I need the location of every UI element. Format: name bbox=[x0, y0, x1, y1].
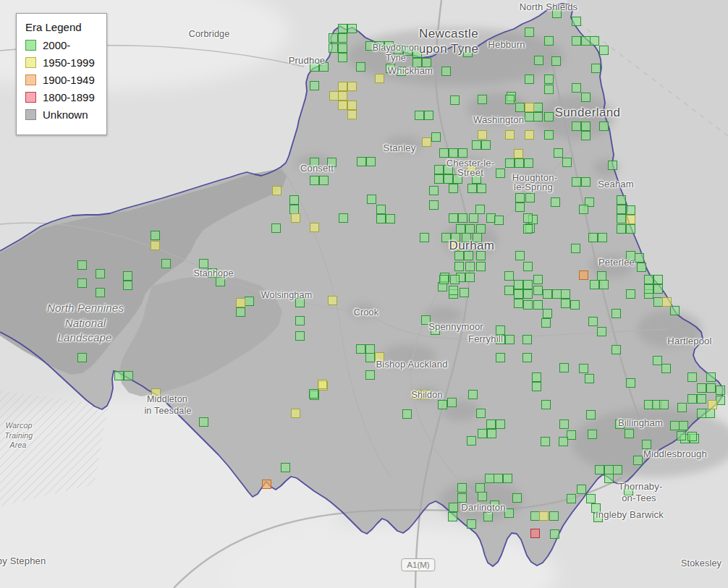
grid-cell-era-2000-[interactable] bbox=[551, 56, 561, 66]
grid-cell-era-2000-[interactable] bbox=[449, 286, 458, 295]
grid-cell-era-2000-[interactable] bbox=[464, 251, 473, 260]
grid-cell-era-2000-[interactable] bbox=[478, 492, 487, 501]
grid-cell-era-2000-[interactable] bbox=[588, 317, 598, 326]
grid-cell-era-2000-[interactable] bbox=[617, 205, 626, 214]
grid-cell-era-2000-[interactable] bbox=[476, 262, 486, 271]
grid-cell-era-2000-[interactable] bbox=[544, 130, 554, 140]
grid-cell-era-2000-[interactable] bbox=[309, 389, 318, 399]
grid-cell-era-2000-[interactable] bbox=[438, 400, 447, 409]
grid-cell-era-2000-[interactable] bbox=[447, 398, 457, 407]
grid-cell-era-2000-[interactable] bbox=[598, 233, 607, 242]
grid-cell-era-1950-1999[interactable] bbox=[539, 511, 549, 521]
grid-cell-era-2000-[interactable] bbox=[386, 214, 395, 223]
grid-cell-era-1950-1999[interactable] bbox=[338, 82, 347, 91]
grid-cell-era-2000-[interactable] bbox=[460, 288, 469, 297]
grid-cell-era-2000-[interactable] bbox=[597, 327, 606, 336]
grid-cell-era-2000-[interactable] bbox=[586, 494, 596, 503]
grid-cell-era-2000-[interactable] bbox=[431, 132, 441, 142]
grid-cell-era-2000-[interactable] bbox=[453, 174, 462, 184]
grid-cell-era-2000-[interactable] bbox=[356, 62, 365, 72]
grid-cell-era-2000-[interactable] bbox=[415, 111, 424, 120]
grid-cell-era-2000-[interactable] bbox=[96, 269, 105, 278]
grid-cell-era-2000-[interactable] bbox=[544, 74, 554, 84]
grid-cell-era-2000-[interactable] bbox=[549, 511, 559, 521]
grid-cell-era-2000-[interactable] bbox=[677, 403, 687, 412]
grid-cell-era-2000-[interactable] bbox=[450, 95, 460, 105]
grid-cell-era-2000-[interactable] bbox=[504, 286, 514, 295]
grid-cell-era-1950-1999[interactable] bbox=[347, 82, 357, 91]
grid-cell-era-2000-[interactable] bbox=[533, 300, 543, 310]
grid-cell-era-1950-1999[interactable] bbox=[310, 223, 319, 232]
grid-cell-era-2000-[interactable] bbox=[114, 371, 124, 380]
grid-cell-era-2000-[interactable] bbox=[439, 275, 449, 284]
grid-cell-era-2000-[interactable] bbox=[310, 62, 319, 72]
grid-cell-era-2000-[interactable] bbox=[281, 463, 290, 472]
grid-cell-era-2000-[interactable] bbox=[347, 24, 357, 33]
grid-cell-era-2000-[interactable] bbox=[457, 493, 467, 503]
grid-cell-era-2000-[interactable] bbox=[579, 364, 588, 373]
grid-cell-era-2000-[interactable] bbox=[494, 216, 504, 225]
grid-cell-era-2000-[interactable] bbox=[567, 494, 576, 503]
grid-cell-era-2000-[interactable] bbox=[617, 214, 626, 223]
grid-cell-era-2000-[interactable] bbox=[706, 372, 716, 382]
grid-cell-era-2000-[interactable] bbox=[441, 67, 451, 76]
grid-cell-era-2000-[interactable] bbox=[591, 64, 601, 73]
grid-cell-era-2000-[interactable] bbox=[624, 486, 633, 495]
grid-cell-era-2000-[interactable] bbox=[637, 263, 646, 272]
grid-cell-era-2000-[interactable] bbox=[532, 372, 541, 382]
grid-cell-era-2000-[interactable] bbox=[365, 41, 375, 51]
grid-cell-era-2000-[interactable] bbox=[458, 213, 467, 223]
grid-cell-era-2000-[interactable] bbox=[653, 284, 663, 294]
grid-cell-era-2000-[interactable] bbox=[543, 309, 552, 318]
grid-cell-era-2000-[interactable] bbox=[615, 419, 625, 429]
grid-cell-era-2000-[interactable] bbox=[476, 409, 486, 418]
grid-cell-era-2000-[interactable] bbox=[77, 278, 87, 288]
grid-cell-era-2000-[interactable] bbox=[590, 280, 599, 289]
grid-cell-era-2000-[interactable] bbox=[338, 33, 347, 43]
grid-cell-era-1950-1999[interactable] bbox=[478, 130, 487, 140]
grid-cell-era-2000-[interactable] bbox=[552, 9, 562, 18]
grid-cell-era-2000-[interactable] bbox=[533, 286, 543, 295]
grid-cell-era-2000-[interactable] bbox=[544, 112, 554, 122]
grid-cell-era-2000-[interactable] bbox=[431, 325, 440, 335]
map-canvas[interactable]: North ShieldsHexhamCorbridgeNewcastleupo… bbox=[0, 0, 728, 588]
grid-cell-era-2000-[interactable] bbox=[659, 400, 669, 409]
grid-cell-era-2000-[interactable] bbox=[339, 213, 348, 223]
grid-cell-era-2000-[interactable] bbox=[504, 508, 514, 518]
grid-cell-era-2000-[interactable] bbox=[577, 485, 586, 494]
grid-cell-era-2000-[interactable] bbox=[478, 95, 487, 104]
grid-cell-era-2000-[interactable] bbox=[505, 95, 515, 104]
grid-cell-era-1950-1999[interactable] bbox=[412, 390, 421, 399]
grid-cell-era-1950-1999[interactable] bbox=[708, 400, 717, 409]
grid-cell-era-1950-1999[interactable] bbox=[450, 241, 460, 250]
grid-cell-era-2000-[interactable] bbox=[329, 33, 338, 43]
grid-cell-era-2000-[interactable] bbox=[599, 46, 609, 55]
grid-cell-era-2000-[interactable] bbox=[96, 288, 105, 297]
grid-cell-era-2000-[interactable] bbox=[515, 158, 524, 168]
grid-cell-era-2000-[interactable] bbox=[593, 513, 603, 522]
grid-cell-era-2000-[interactable] bbox=[512, 493, 522, 503]
grid-cell-era-2000-[interactable] bbox=[591, 503, 601, 513]
grid-cell-era-2000-[interactable] bbox=[496, 169, 505, 178]
grid-cell-era-2000-[interactable] bbox=[457, 483, 467, 493]
grid-cell-era-2000-[interactable] bbox=[412, 58, 422, 67]
grid-cell-era-2000-[interactable] bbox=[559, 363, 569, 372]
grid-cell-era-2000-[interactable] bbox=[599, 280, 609, 289]
grid-cell-era-2000-[interactable] bbox=[444, 174, 453, 184]
grid-cell-era-2000-[interactable] bbox=[626, 224, 635, 234]
grid-cell-era-2000-[interactable] bbox=[161, 259, 171, 268]
grid-cell-era-2000-[interactable] bbox=[465, 262, 475, 271]
grid-cell-era-2000-[interactable] bbox=[376, 205, 386, 214]
grid-cell-era-2000-[interactable] bbox=[561, 289, 570, 299]
grid-cell-era-2000-[interactable] bbox=[449, 148, 458, 158]
grid-cell-era-2000-[interactable] bbox=[595, 465, 604, 474]
grid-cell-era-2000-[interactable] bbox=[572, 122, 581, 131]
grid-cell-era-2000-[interactable] bbox=[468, 390, 478, 399]
grid-cell-era-2000-[interactable] bbox=[541, 437, 550, 446]
grid-cell-era-2000-[interactable] bbox=[697, 383, 706, 393]
grid-cell-era-2000-[interactable] bbox=[635, 253, 644, 263]
grid-cell-era-2000-[interactable] bbox=[633, 456, 643, 465]
grid-cell-era-2000-[interactable] bbox=[515, 103, 525, 112]
grid-cell-era-2000-[interactable] bbox=[289, 195, 299, 205]
grid-cell-era-2000-[interactable] bbox=[534, 56, 543, 65]
